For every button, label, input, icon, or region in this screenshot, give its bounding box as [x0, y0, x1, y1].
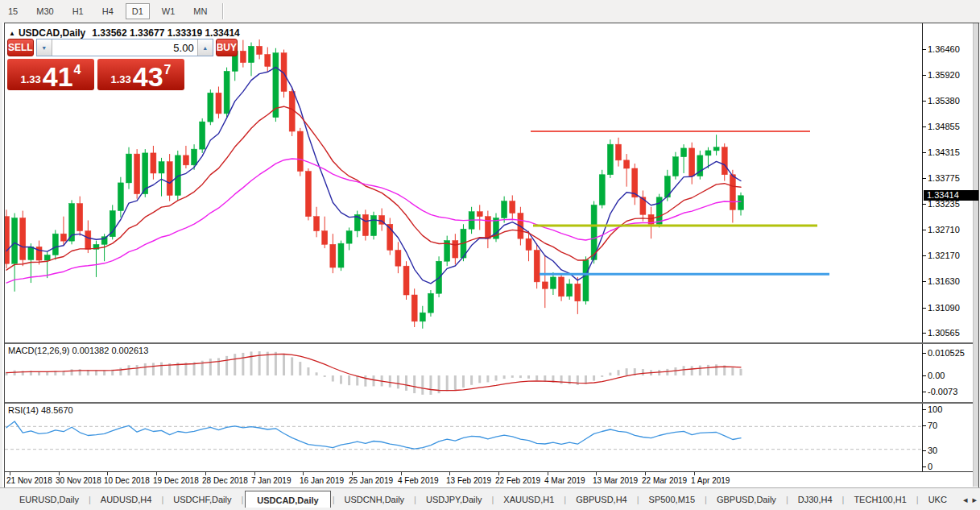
tab-xauusd-h1[interactable]: XAUUSD,H1: [495, 491, 562, 508]
date-axis-tick: [401, 472, 402, 475]
tab-separator: |: [161, 495, 163, 504]
current-price-label: 1.33414: [924, 190, 978, 201]
price-axis-tick: [922, 75, 926, 76]
sell-price-prefix: 1.33: [20, 73, 40, 85]
tab-separator: |: [491, 495, 494, 504]
chart-window: ▲USDCAD,Daily1.33562 1.33677 1.33319 1.3…: [4, 23, 979, 487]
date-axis-tick: [596, 472, 597, 475]
timeframe-button-MN[interactable]: MN: [187, 3, 213, 19]
buy-button[interactable]: BUY: [216, 39, 238, 56]
chart-tabs: EURUSD,Daily|AUDUSD,H4|USDCHF,Daily|USDC…: [0, 488, 955, 510]
toolbar-separator: [222, 3, 224, 19]
date-axis-tick: [156, 472, 157, 475]
tab-gbpusd-h4[interactable]: GBPUSD,H4: [568, 491, 635, 508]
timeframe-button-H1[interactable]: H1: [66, 3, 90, 19]
price-axis-tick: [922, 204, 926, 205]
volume-spinner: ▼ ▲: [36, 39, 213, 56]
tab-separator: |: [705, 495, 707, 504]
tabs-scroll-right-icon[interactable]: ▸: [972, 495, 977, 505]
date-tick-label: 4 Mar 2019: [544, 476, 585, 485]
tab-sp500-m15[interactable]: SP500,M15: [641, 491, 703, 508]
date-tick-label: 22 Feb 2019: [495, 476, 540, 485]
date-tick-label: 4 Feb 2019: [398, 476, 439, 485]
tab-usdcad-daily[interactable]: USDCAD,Daily: [245, 491, 330, 508]
price-axis-label: 1.34315: [928, 147, 960, 157]
date-axis-tick: [303, 472, 304, 475]
macd-axis-tick: [922, 353, 926, 354]
chevron-down-icon: ▼: [41, 45, 47, 51]
date-tick-label: 1 Apr 2019: [691, 476, 730, 485]
date-axis-tick: [352, 472, 353, 475]
tab-audusd-h4[interactable]: AUDUSD,H4: [93, 491, 160, 508]
macd-panel: MACD(12,26,9) 0.001382 0.002613 0.010525…: [5, 342, 978, 402]
tab-eurusd-daily[interactable]: EURUSD,Daily: [11, 491, 87, 508]
tab-separator: |: [916, 495, 919, 504]
date-axis-tick: [645, 472, 646, 475]
rsi-axis-label: 0: [928, 462, 932, 471]
date-axis-tick: [205, 472, 206, 475]
tab-dj30-h4[interactable]: DJ30,H4: [790, 491, 841, 508]
date-tick-label: 30 Nov 2018: [56, 476, 101, 485]
tabs-scroll-left-icon[interactable]: ◂: [963, 495, 968, 505]
chart-symbol-label: USDCAD,Daily: [19, 27, 85, 39]
price-axis-tick: [922, 308, 926, 309]
timeframe-button-H4[interactable]: H4: [96, 3, 120, 19]
tab-usdcnh-daily[interactable]: USDCNH,Daily: [337, 491, 413, 508]
volume-increase-button[interactable]: ▲: [197, 39, 213, 56]
price-axis-tick: [922, 49, 926, 50]
sell-price-display[interactable]: 1.33 41 4: [7, 59, 94, 90]
right-edge-strip: [973, 23, 978, 487]
macd-axis-tick: [922, 375, 926, 376]
date-tick-label: 10 Dec 2018: [104, 476, 150, 485]
price-axis-label: 1.35380: [928, 96, 960, 106]
date-axis-tick: [10, 472, 10, 475]
price-axis-tick: [922, 333, 926, 334]
timeframe-button-M30[interactable]: M30: [30, 3, 60, 19]
volume-decrease-button[interactable]: ▼: [37, 39, 52, 56]
timeframe-button-D1[interactable]: D1: [126, 3, 150, 19]
price-axis-tick: [922, 230, 926, 230]
macd-label: MACD(12,26,9) 0.001382 0.002613: [8, 346, 148, 355]
rsi-label: RSI(14) 48.5670: [8, 405, 73, 415]
date-tick-label: 13 Mar 2019: [593, 476, 638, 485]
macd-axis-label: -0.0073: [928, 387, 957, 396]
sell-button[interactable]: SELL: [7, 39, 34, 56]
tab-tech100-h1[interactable]: TECH100,H1: [846, 491, 914, 508]
price-axis-label: 1.32170: [928, 251, 960, 260]
price-axis-label: 1.34855: [928, 122, 960, 131]
price-axis-tick: [922, 152, 926, 153]
chevron-up-icon: ▲: [202, 45, 208, 51]
date-tick-label: 22 Mar 2019: [642, 476, 687, 485]
sell-price-pip: 4: [74, 63, 81, 77]
tab-separator: |: [89, 495, 91, 504]
tab-usdchf-daily[interactable]: USDCHF,Daily: [165, 491, 239, 508]
volume-input[interactable]: [52, 39, 197, 56]
price-axis-tick: [922, 101, 926, 102]
buy-price-display[interactable]: 1.33 43 7: [97, 59, 184, 90]
rsi-axis-label: 30: [928, 446, 937, 455]
date-tick-label: 16 Jan 2019: [300, 476, 344, 485]
price-axis-label: 1.35920: [928, 70, 960, 80]
tab-usdjpy-daily[interactable]: USDJPY,Daily: [418, 491, 490, 508]
rsi-axis-label: 70: [928, 421, 937, 430]
tab-separator: |: [564, 495, 566, 504]
tab-separator: |: [637, 495, 639, 504]
date-tick-label: 28 Dec 2018: [202, 476, 248, 485]
collapse-arrow-icon[interactable]: ▲: [9, 30, 15, 37]
timeframe-button-W1[interactable]: W1: [155, 3, 182, 19]
price-axis-tick: [922, 281, 926, 282]
price-axis-label: 1.30565: [928, 328, 960, 338]
date-axis-tick: [449, 472, 450, 475]
macd-axis-label: 0.010525: [928, 348, 965, 358]
tab-ukc[interactable]: UKC: [920, 491, 955, 508]
price-axis-tick: [922, 255, 926, 256]
price-axis-label: 1.32710: [928, 225, 960, 234]
buy-price-pip: 7: [164, 63, 172, 77]
price-axis-label: 1.31630: [928, 276, 960, 286]
tab-separator: |: [786, 495, 788, 504]
tab-gbpusd-daily[interactable]: GBPUSD,Daily: [709, 491, 784, 508]
rsi-axis-label: 100: [928, 404, 942, 414]
macd-axis-tick: [922, 392, 926, 392]
timeframe-button-15[interactable]: 15: [2, 3, 24, 19]
chart-tabbar: EURUSD,Daily|AUDUSD,H4|USDCHF,Daily|USDC…: [0, 487, 980, 510]
